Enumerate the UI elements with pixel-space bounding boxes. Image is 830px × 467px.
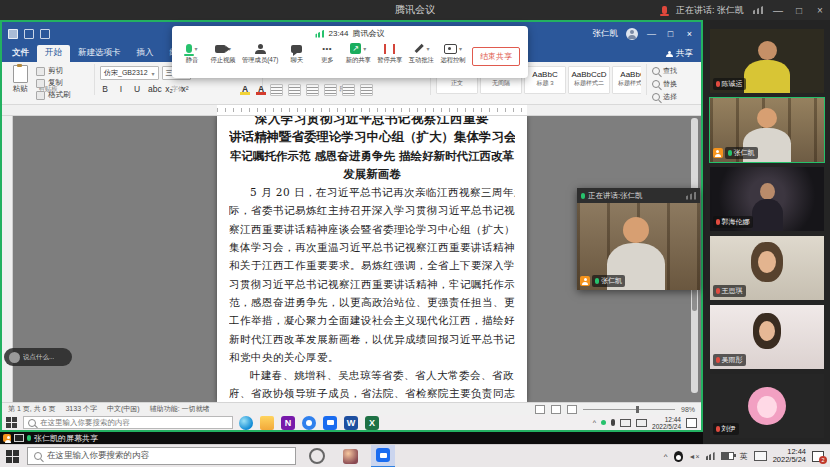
share-document-button[interactable]: 共享: [666, 48, 693, 60]
chevron-down-icon[interactable]: ▾: [363, 45, 366, 52]
page-indicator[interactable]: 第 1 页, 共 6 页: [8, 404, 55, 414]
ribbon-tab[interactable]: 插入: [129, 45, 162, 62]
taskbar-app-icon[interactable]: [239, 416, 253, 430]
tencent-meeting-button[interactable]: [371, 445, 395, 467]
meeting-window-titlebar: 腾讯会议 正在讲话: 张仁凯 — □ ×: [0, 0, 830, 20]
chevron-down-icon[interactable]: ▾: [194, 45, 197, 52]
taskbar-app-icon[interactable]: [281, 416, 295, 430]
tray-display-icon[interactable]: [620, 419, 631, 427]
ime-indicator[interactable]: 英: [740, 451, 748, 462]
maximize-button[interactable]: □: [793, 5, 805, 16]
word-minimize-button[interactable]: —: [646, 29, 657, 39]
word-account-name[interactable]: 张仁凯: [593, 28, 619, 40]
print-view-button[interactable]: [551, 405, 561, 414]
style-item[interactable]: AaBbC 标题样式一: [612, 66, 641, 94]
participant-tile[interactable]: 张仁凯: [710, 98, 824, 162]
editing-button[interactable]: 替换: [652, 79, 677, 89]
document-page[interactable]: 深入学习贯彻习近平总书记视察江西重要 讲话精神暨省委理论学习中心组（扩大）集体学…: [217, 116, 527, 402]
action-center-icon[interactable]: [686, 418, 697, 428]
shared-search-box[interactable]: 在这里输入你要搜索的内容: [23, 416, 233, 429]
zoom-level[interactable]: 98%: [681, 406, 695, 413]
chat-quick-pill[interactable]: 说点什么...: [4, 348, 72, 366]
word-close-button[interactable]: ×: [684, 29, 695, 39]
toolbar-button[interactable]: ▾ 新的共享: [346, 42, 371, 65]
format-painter-button[interactable]: 格式刷: [36, 90, 71, 100]
toolbar-button[interactable]: ▾ 暂停共享: [377, 42, 402, 65]
touch-keyboard-icon[interactable]: [754, 451, 767, 461]
tray-keyboard-icon[interactable]: [636, 419, 647, 427]
toolbar-button[interactable]: ▾ 聊天: [285, 42, 309, 65]
font-name-select[interactable]: 仿宋_GB2312▾: [100, 66, 159, 80]
participant-tile[interactable]: 陈诚运: [710, 29, 824, 93]
toolbar-button[interactable]: ▾ 远程控制: [440, 42, 465, 65]
font-format-button[interactable]: I: [116, 84, 126, 94]
cut-button[interactable]: 剪切: [36, 66, 71, 76]
notification-icon[interactable]: 2: [812, 451, 824, 462]
taskbar-app-icon[interactable]: [344, 416, 358, 430]
font-format-button[interactable]: abc: [148, 84, 158, 94]
accessibility-status[interactable]: 辅助功能: 一切就绪: [150, 404, 210, 414]
read-view-button[interactable]: [535, 405, 545, 414]
participant-tile[interactable]: 吴雨彤: [710, 305, 824, 369]
network-icon[interactable]: [706, 452, 715, 460]
word-count[interactable]: 3133 个字: [65, 404, 97, 414]
ribbon-tab[interactable]: 开始: [37, 45, 70, 62]
chevron-down-icon[interactable]: ▾: [459, 45, 462, 52]
language-indicator[interactable]: 中文(中国): [107, 404, 140, 414]
horizontal-ruler[interactable]: [2, 105, 701, 116]
end-share-button[interactable]: 结束共享: [472, 47, 520, 66]
toolbar-button[interactable]: ▾ 互动批注: [409, 42, 434, 65]
shared-clock[interactable]: 12:442022/5/24: [652, 416, 681, 430]
tray-expand-icon[interactable]: ^: [664, 452, 668, 461]
zoom-slider[interactable]: [583, 409, 675, 410]
font-format-button[interactable]: x²: [180, 84, 190, 94]
close-button[interactable]: ×: [814, 5, 826, 16]
taskbar-app-icon[interactable]: [365, 416, 379, 430]
chevron-down-icon[interactable]: ▾: [426, 45, 429, 52]
cortana-button[interactable]: [304, 445, 330, 467]
editing-button[interactable]: 查找: [652, 66, 677, 76]
speaker-pip-window[interactable]: 正在讲话:张仁凯 张仁凯: [577, 188, 700, 290]
word-maximize-button[interactable]: □: [665, 29, 676, 39]
participant-tile[interactable]: 郭海伦娜: [710, 167, 824, 231]
toolbar-button[interactable]: ▾ 静音: [180, 42, 204, 65]
save-icon[interactable]: [8, 29, 18, 39]
font-format-button[interactable]: B: [100, 84, 110, 94]
toolbar-button[interactable]: ▾ 管理成员(47): [242, 42, 278, 65]
speaker-muted-icon[interactable]: ◄×: [689, 453, 700, 460]
copy-button[interactable]: 复制: [36, 78, 71, 88]
undo-icon[interactable]: [24, 29, 34, 39]
font-format-button[interactable]: U: [132, 84, 142, 94]
app-button[interactable]: [338, 445, 363, 467]
paragraph-align-buttons[interactable]: [270, 84, 373, 96]
taskbar-app-icon[interactable]: [323, 416, 337, 430]
tray-mic-icon[interactable]: [611, 419, 615, 426]
font-format-button[interactable]: x₂: [164, 84, 174, 94]
style-item[interactable]: AaBbCcD 标题样式二: [568, 66, 610, 94]
ribbon-tab[interactable]: 文件: [4, 45, 37, 62]
ribbon-tab[interactable]: 新建选项卡: [70, 45, 129, 62]
qq-icon[interactable]: [674, 451, 683, 462]
participant-tile[interactable]: 刘伊: [710, 374, 824, 438]
start-button[interactable]: [6, 417, 17, 428]
tray-expand-icon[interactable]: ^: [593, 419, 596, 426]
meeting-status-icon[interactable]: [601, 420, 606, 425]
taskbar-search-box[interactable]: 在这里输入你要搜索的内容: [27, 447, 296, 465]
toolbar-button[interactable]: ▾ 停止视频: [210, 42, 235, 65]
taskbar-app-icon[interactable]: [302, 416, 316, 430]
participant-tile[interactable]: 王思琪: [710, 236, 824, 300]
web-view-button[interactable]: [567, 405, 577, 414]
start-button[interactable]: [6, 450, 19, 463]
style-item[interactable]: AaBbC 标题 3: [524, 66, 566, 94]
paste-button[interactable]: 粘贴: [8, 65, 32, 94]
editing-button[interactable]: 选择: [652, 92, 677, 102]
taskbar-app-icon[interactable]: [260, 416, 274, 430]
network-signal-icon[interactable]: [753, 6, 763, 14]
highlight-color-button[interactable]: A: [240, 84, 250, 94]
clock[interactable]: 12:442022/5/24: [773, 448, 806, 465]
account-avatar[interactable]: [626, 28, 638, 40]
minimize-button[interactable]: —: [772, 5, 784, 16]
redo-icon[interactable]: [40, 29, 50, 39]
battery-icon[interactable]: [721, 452, 734, 460]
toolbar-button[interactable]: ▾ 更多: [315, 42, 339, 65]
